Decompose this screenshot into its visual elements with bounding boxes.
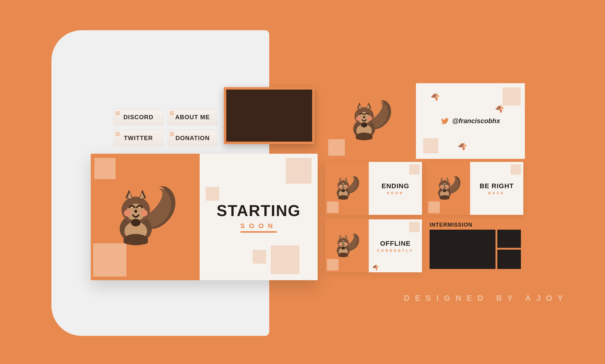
squirrel-mascot-icon — [345, 92, 396, 150]
donation-panel-label: DONATION — [175, 135, 210, 142]
offline-title: OFFLINE — [380, 240, 410, 248]
aboutme-panel-label: ABOUT ME — [175, 114, 210, 121]
twitter-banner: 🍂 🍂 🍂 @franciscobhx — [416, 83, 525, 159]
twitter-handle: @franciscobhx — [452, 117, 500, 125]
squirrel-mascot-icon — [332, 228, 362, 263]
offline-sub: CURRENTLY — [377, 249, 414, 252]
twitter-panel[interactable]: TWITTER — [113, 130, 163, 146]
ending-sub: SOON — [387, 191, 404, 195]
starting-title: STARTING — [217, 202, 301, 220]
starting-soon-mascot-side — [91, 154, 200, 280]
intermission-side-box-1 — [497, 230, 521, 248]
intermission-main-box — [430, 230, 495, 269]
donation-panel[interactable]: DONATION — [168, 130, 217, 146]
starting-soon-card: STARTING SOON — [91, 154, 318, 280]
webcam-frame — [224, 87, 315, 144]
ending-title: ENDING — [381, 182, 409, 190]
be-right-back-tile: BE RIGHT BACK — [427, 162, 523, 215]
beright-sub: BACK — [488, 191, 505, 195]
discord-panel-label: DISCORD — [123, 114, 153, 121]
aboutme-panel[interactable]: ABOUT ME — [168, 109, 217, 126]
mosaic-mascot — [325, 83, 416, 159]
designer-credit: DESIGNED BY AJOY — [404, 293, 568, 303]
panel-buttons-grid: DISCORD ABOUT ME TWITTER DONATION — [113, 109, 217, 146]
intermission-side-box-2 — [497, 250, 521, 269]
ending-soon-tile: ENDING SOON — [325, 162, 422, 215]
starting-soon-text-side: STARTING SOON — [200, 154, 318, 280]
twitter-icon — [441, 117, 449, 125]
starting-sub: SOON — [240, 222, 277, 233]
offline-tile: 🍂 OFFLINE CURRENTLY — [325, 219, 422, 272]
overlay-mosaic: 🍂 🍂 🍂 @franciscobhx ENDING SOON BE RIGHT… — [325, 83, 525, 274]
discord-panel[interactable]: DISCORD — [113, 109, 163, 126]
intermission-label: INTERMISSION — [430, 222, 473, 228]
twitter-panel-label: TWITTER — [124, 135, 153, 142]
beright-title: BE RIGHT — [479, 182, 514, 190]
intermission-tile: INTERMISSION — [427, 219, 523, 272]
squirrel-mascot-icon — [433, 171, 463, 206]
squirrel-mascot-icon — [332, 171, 362, 206]
